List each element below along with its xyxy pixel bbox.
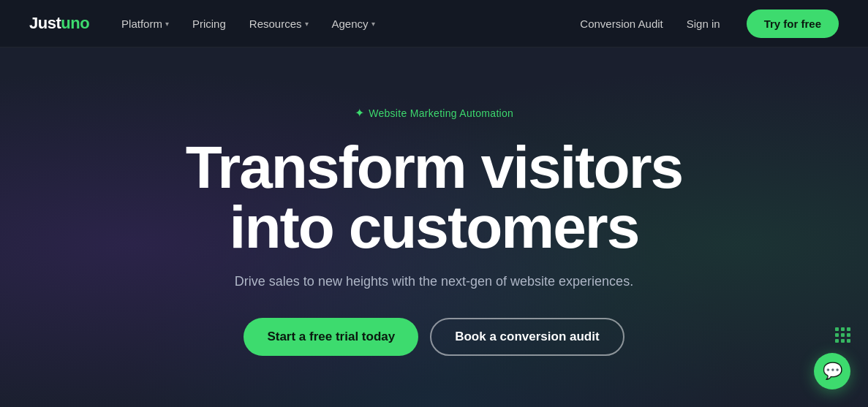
sign-in-label: Sign in: [687, 18, 720, 30]
book-audit-button[interactable]: Book a conversion audit: [430, 318, 624, 356]
nav-right-links: Conversion Audit Sign in: [571, 12, 728, 36]
navbar: Justuno Platform ▾ Pricing Resources ▾ A…: [0, 0, 868, 47]
logo[interactable]: Justuno: [29, 14, 89, 33]
grid-dot: [835, 333, 839, 337]
grid-dot: [835, 339, 839, 343]
chat-bubble-button[interactable]: 💬: [814, 353, 850, 389]
grid-dot: [841, 333, 845, 337]
platform-chevron-icon: ▾: [165, 20, 169, 28]
nav-links: Platform ▾ Pricing Resources ▾ Agency ▾: [113, 12, 383, 36]
grid-dot: [847, 339, 850, 343]
try-free-button[interactable]: Try for free: [747, 9, 839, 38]
hero-section: ✦ Website Marketing Automation Transform…: [0, 47, 868, 407]
hero-badge: ✦ Website Marketing Automation: [355, 106, 513, 120]
logo-just: Just: [29, 14, 61, 33]
sign-in-link[interactable]: Sign in: [678, 12, 729, 36]
badge-sparkle-icon: ✦: [355, 106, 364, 120]
nav-right: Conversion Audit Sign in Try for free: [571, 9, 839, 38]
platform-label: Platform: [121, 18, 162, 30]
sidebar-item-pricing[interactable]: Pricing: [184, 12, 235, 36]
hero-subtitle: Drive sales to new heights with the next…: [235, 272, 633, 292]
badge-text: Website Marketing Automation: [369, 107, 513, 119]
hero-title: Transform visitors into customers: [186, 137, 682, 257]
grid-dot: [835, 327, 839, 331]
grid-dot: [841, 327, 845, 331]
chat-grid-icon: [835, 327, 850, 343]
grid-dot: [841, 339, 845, 343]
hero-title-line2: into customers: [230, 194, 639, 260]
agency-label: Agency: [332, 18, 369, 30]
conversion-audit-label: Conversion Audit: [580, 18, 663, 30]
start-trial-button[interactable]: Start a free trial today: [244, 318, 418, 356]
agency-chevron-icon: ▾: [371, 20, 375, 28]
hero-title-line1: Transform visitors: [186, 134, 682, 200]
sidebar-item-platform[interactable]: Platform ▾: [113, 12, 178, 36]
hero-buttons: Start a free trial today Book a conversi…: [244, 318, 624, 356]
conversion-audit-link[interactable]: Conversion Audit: [571, 12, 671, 36]
chat-widget: 💬: [814, 327, 850, 389]
logo-uno: uno: [61, 14, 89, 33]
sidebar-item-resources[interactable]: Resources ▾: [241, 12, 317, 36]
resources-chevron-icon: ▾: [305, 20, 309, 28]
nav-left: Justuno Platform ▾ Pricing Resources ▾ A…: [29, 12, 384, 36]
sidebar-item-agency[interactable]: Agency ▾: [323, 12, 384, 36]
grid-dot: [847, 327, 850, 331]
chat-message-icon: 💬: [823, 362, 842, 381]
pricing-label: Pricing: [192, 18, 226, 30]
resources-label: Resources: [249, 18, 302, 30]
grid-dot: [847, 333, 850, 337]
